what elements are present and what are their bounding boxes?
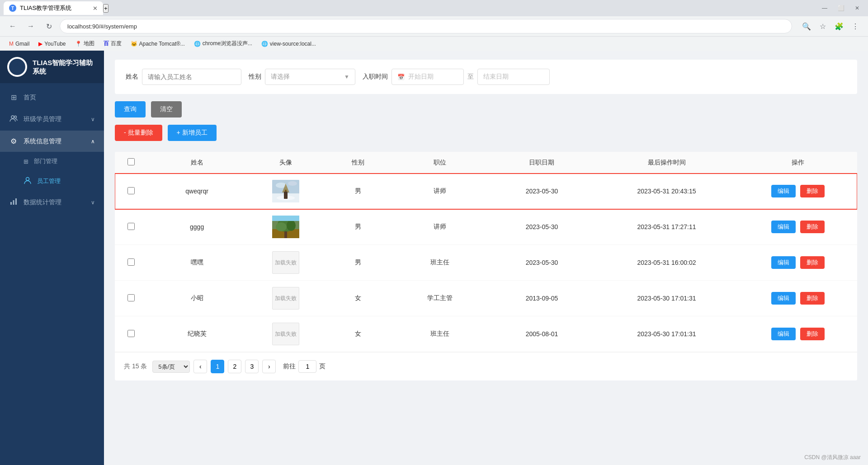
table-header-row: 姓名 头像 性别 职位 日职日期 bbox=[115, 152, 857, 174]
row3-edit-button[interactable]: 编辑 bbox=[771, 256, 796, 269]
browser-tab[interactable]: T TLIAS教学管理系统 ✕ bbox=[4, 1, 103, 15]
row4-checkbox[interactable] bbox=[127, 294, 135, 301]
row1-position: 讲师 bbox=[391, 174, 489, 209]
sidebar-item-home[interactable]: ⊞ 首页 bbox=[0, 87, 104, 108]
name-input[interactable] bbox=[142, 69, 241, 85]
extensions-button[interactable]: 🧩 bbox=[832, 19, 846, 33]
close-button[interactable]: ✕ bbox=[850, 1, 864, 15]
add-employee-button[interactable]: + 新增员工 bbox=[168, 125, 217, 141]
gender-search-field: 性别 请选择 ▼ bbox=[249, 69, 355, 85]
row5-delete-button[interactable]: 删除 bbox=[800, 328, 825, 340]
row5-position: 班主任 bbox=[391, 316, 489, 352]
end-date-input[interactable]: 结束日期 bbox=[477, 69, 550, 85]
goto-input[interactable] bbox=[298, 360, 316, 373]
bookmark-maps[interactable]: 📍 地图 bbox=[71, 39, 98, 48]
row3-checkbox[interactable] bbox=[127, 258, 135, 266]
row2-gender: 男 bbox=[325, 209, 391, 245]
bookmark-baidu[interactable]: 百 百度 bbox=[100, 39, 125, 48]
batch-delete-button[interactable]: - 批量删除 bbox=[115, 125, 162, 141]
forward-button[interactable]: → bbox=[24, 19, 38, 33]
row5-edit-button[interactable]: 编辑 bbox=[771, 328, 796, 340]
table-row: 小昭 加载失败 女 学工主管 bbox=[115, 281, 857, 316]
bookmark-view-source-label: view-source:local... bbox=[270, 41, 316, 47]
row1-name: qweqrqr bbox=[148, 174, 246, 209]
system-arrow-icon: ∧ bbox=[91, 138, 95, 145]
tab-favicon: T bbox=[9, 5, 16, 12]
gender-select[interactable]: 请选择 ▼ bbox=[265, 69, 355, 85]
page-size-select[interactable]: 5条/页 10条/页 20条/页 bbox=[152, 361, 190, 373]
reload-button[interactable]: ↻ bbox=[42, 19, 56, 33]
date-range: 📅 开始日期 至 结束日期 bbox=[392, 69, 550, 85]
minimize-button[interactable]: — bbox=[817, 1, 832, 15]
row2-delete-button[interactable]: 删除 bbox=[800, 221, 825, 233]
logo-text: TLIAS智能学习辅助系统 bbox=[33, 58, 97, 76]
row3-avatar-img: 加载失败 bbox=[272, 251, 299, 274]
bookmark-star-button[interactable]: ☆ bbox=[816, 19, 830, 33]
sidebar-menu: ⊞ 首页 班级学员管理 ∨ ⚙ 系统信息管理 bbox=[0, 83, 104, 465]
chrome-icon: 🌐 bbox=[194, 41, 201, 47]
page-goto: 前往 页 bbox=[283, 360, 326, 373]
start-date-input[interactable]: 📅 开始日期 bbox=[392, 69, 464, 85]
name-search-field: 姓名 bbox=[126, 69, 241, 85]
hire-date-label: 入职时间 bbox=[363, 73, 388, 81]
sidebar: TLIAS智能学习辅助系统 ⊞ 首页 班级学员管理 ∨ bbox=[0, 51, 104, 465]
row3-delete-button[interactable]: 删除 bbox=[800, 256, 825, 269]
row1-checkbox-cell bbox=[115, 174, 148, 209]
page-1-button[interactable]: 1 bbox=[211, 360, 224, 373]
search-icon-btn[interactable]: 🔍 bbox=[799, 19, 814, 33]
clear-button[interactable]: 清空 bbox=[151, 101, 182, 117]
tab-close-button[interactable]: ✕ bbox=[93, 5, 98, 12]
sidebar-item-class-label: 班级学员管理 bbox=[24, 115, 61, 123]
row1-checkbox[interactable] bbox=[127, 187, 135, 194]
sidebar-item-employee[interactable]: 员工管理 bbox=[0, 171, 104, 191]
prev-page-button[interactable]: ‹ bbox=[193, 360, 207, 373]
select-all-checkbox[interactable] bbox=[127, 158, 135, 165]
class-arrow-icon: ∨ bbox=[91, 116, 95, 122]
pagination: 共 15 条 5条/页 10条/页 20条/页 ‹ 1 2 3 › 前往 页 bbox=[115, 352, 857, 380]
bookmark-view-source[interactable]: 🌐 view-source:local... bbox=[258, 40, 320, 48]
bookmark-tomcat[interactable]: 🐱 Apache Tomcat®... bbox=[127, 40, 189, 48]
goto-label: 前往 bbox=[283, 362, 296, 371]
bookmark-gmail[interactable]: M Gmail bbox=[5, 40, 33, 48]
search-bar: 姓名 性别 请选择 ▼ 入职时间 📅 开始日期 bbox=[115, 60, 857, 94]
table-row: 纪晓芙 加载失败 女 班主任 bbox=[115, 316, 857, 352]
next-page-button[interactable]: › bbox=[262, 360, 276, 373]
bookmark-youtube-label: YouTube bbox=[44, 41, 66, 47]
back-button[interactable]: ← bbox=[5, 19, 20, 33]
row1-edit-button[interactable]: 编辑 bbox=[771, 185, 796, 197]
sidebar-item-dept[interactable]: ⊞ 部门管理 bbox=[0, 152, 104, 171]
row1-hire-date: 2023-05-30 bbox=[489, 174, 594, 209]
query-button[interactable]: 查询 bbox=[115, 101, 146, 117]
baidu-icon: 百 bbox=[104, 40, 109, 47]
row2-edit-button[interactable]: 编辑 bbox=[771, 221, 796, 233]
row5-checkbox[interactable] bbox=[127, 330, 135, 337]
row3-name: 嘿嘿 bbox=[148, 245, 246, 281]
bookmark-youtube[interactable]: ▶ YouTube bbox=[35, 40, 69, 48]
header-avatar: 头像 bbox=[246, 152, 325, 174]
row4-position: 学工主管 bbox=[391, 281, 489, 316]
row4-edit-button[interactable]: 编辑 bbox=[771, 292, 796, 305]
row4-delete-button[interactable]: 删除 bbox=[800, 292, 825, 305]
row1-delete-button[interactable]: 删除 bbox=[800, 185, 825, 197]
header-action: 操作 bbox=[739, 152, 857, 174]
bookmark-gmail-label: Gmail bbox=[15, 41, 29, 47]
address-bar[interactable]: localhost:90/#/system/emp bbox=[60, 19, 792, 33]
sidebar-item-system[interactable]: ⚙ 系统信息管理 ∧ bbox=[0, 131, 104, 152]
tomcat-icon: 🐱 bbox=[131, 41, 137, 47]
row2-checkbox[interactable] bbox=[127, 223, 135, 230]
restore-button[interactable]: ⬜ bbox=[834, 1, 848, 15]
browser-menu-button[interactable]: ⋮ bbox=[848, 19, 863, 33]
page-3-button[interactable]: 3 bbox=[245, 360, 259, 373]
class-icon bbox=[9, 114, 18, 124]
svg-rect-20 bbox=[272, 216, 299, 221]
sidebar-item-class[interactable]: 班级学员管理 ∨ bbox=[0, 108, 104, 131]
gender-placeholder: 请选择 bbox=[271, 73, 290, 81]
page-2-button[interactable]: 2 bbox=[228, 360, 241, 373]
new-tab-button[interactable]: + bbox=[103, 4, 108, 13]
date-separator: 至 bbox=[467, 73, 474, 81]
row4-last-op-time: 2023-05-30 17:01:31 bbox=[594, 281, 739, 316]
bookmark-maps-label: 地图 bbox=[84, 40, 94, 47]
bookmark-chrome-sound[interactable]: 🌐 chrome浏览器没声... bbox=[190, 39, 256, 48]
view-source-icon: 🌐 bbox=[261, 41, 268, 47]
sidebar-item-data[interactable]: 数据统计管理 ∨ bbox=[0, 191, 104, 214]
